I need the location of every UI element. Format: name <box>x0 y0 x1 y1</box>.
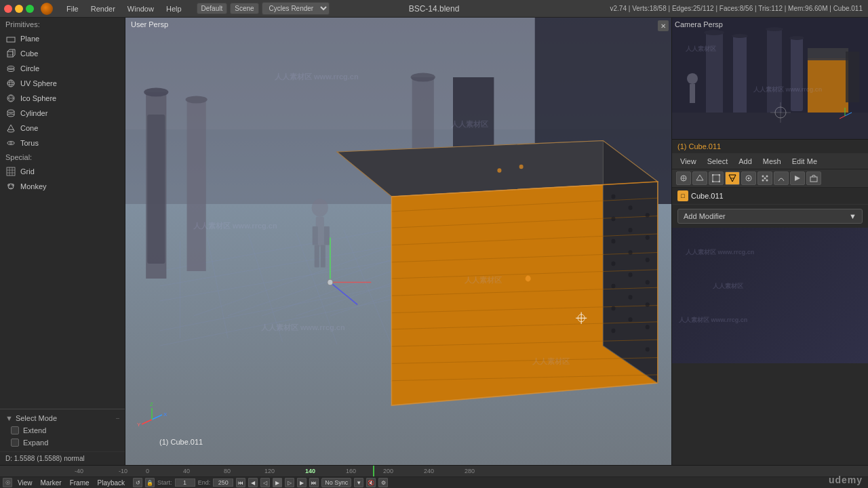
cube-icon <box>5 48 16 59</box>
special-grid[interactable]: Grid <box>0 164 125 179</box>
icosphere-icon <box>5 93 16 104</box>
select-mode-section: ▼ Select Mode – Extend Expand <box>0 409 125 451</box>
svg-line-106 <box>330 283 357 305</box>
skip-start-button[interactable]: ⏮ <box>236 478 245 487</box>
minimize-window-button[interactable] <box>15 5 23 13</box>
udemy-logo: udemy <box>829 474 863 485</box>
prop-menu-select[interactable]: Select <box>705 156 731 167</box>
prop-mesh-btn[interactable] <box>692 171 707 185</box>
prop-particle-btn[interactable] <box>757 171 772 185</box>
svg-point-92 <box>526 276 531 282</box>
svg-point-12 <box>7 114 14 117</box>
tick-160: 160 <box>346 468 356 474</box>
svg-point-55 <box>411 73 435 81</box>
properties-toolbar <box>672 169 868 188</box>
end-frame-input[interactable]: 250 <box>213 479 233 487</box>
playback-circular-icon[interactable]: ↺ <box>133 478 142 487</box>
svg-marker-138 <box>696 175 703 180</box>
svg-point-147 <box>762 176 764 178</box>
prop-constraints-btn[interactable] <box>741 171 756 185</box>
svg-point-82 <box>629 317 633 322</box>
add-modifier-button[interactable]: Add Modifier ▼ <box>677 209 863 224</box>
svg-rect-123 <box>672 113 868 140</box>
svg-point-11 <box>7 110 14 113</box>
view-mode-selector[interactable]: Scene <box>230 3 258 14</box>
no-sync-button[interactable]: No Sync <box>321 478 351 487</box>
prop-menu-view[interactable]: View <box>677 156 699 167</box>
audio-mute-icon[interactable]: 🔇 <box>366 478 376 487</box>
menu-window[interactable]: Window <box>122 3 159 14</box>
select-mode-expand[interactable]: Expand <box>0 436 125 449</box>
primitive-cube[interactable]: Cube <box>0 46 125 61</box>
render-engine-select[interactable]: Cycles Render <box>262 2 330 15</box>
svg-point-103 <box>519 165 524 169</box>
bottom-view-menu[interactable]: View <box>15 479 35 487</box>
viewport-close-button[interactable]: ✕ <box>658 20 669 31</box>
sync-down-icon[interactable]: ▼ <box>354 478 363 487</box>
prop-render-btn[interactable] <box>790 171 805 185</box>
prop-menu-mesh[interactable]: Mesh <box>760 156 784 167</box>
grid-icon <box>5 166 16 177</box>
primitive-circle[interactable]: Circle <box>0 61 125 76</box>
bottom-marker-menu[interactable]: Marker <box>38 479 64 487</box>
prop-vertices-btn[interactable] <box>709 171 724 185</box>
prop-menu-add[interactable]: Add <box>736 156 755 167</box>
primitive-cylinder[interactable]: Cylinder <box>0 106 125 121</box>
prop-object-btn[interactable] <box>676 171 691 185</box>
timeline: -40 -10 0 40 80 120 140 160 200 240 280 … <box>0 465 868 488</box>
svg-point-6 <box>7 80 14 87</box>
play-button[interactable]: ▶ <box>273 478 282 487</box>
prev-frame-button[interactable]: ◀ <box>248 478 258 487</box>
start-frame-input[interactable]: 1 <box>175 479 195 487</box>
svg-point-72 <box>611 239 615 244</box>
menu-render[interactable]: Render <box>85 3 121 14</box>
main-layout: Primitives: Plane Cube Circle <box>0 18 868 465</box>
prop-physics-btn[interactable] <box>774 171 789 185</box>
svg-point-140 <box>712 174 714 176</box>
timeline-menu-icon[interactable]: ☉ <box>3 478 12 487</box>
primitives-title: Primitives: <box>0 18 125 31</box>
svg-line-110 <box>142 420 152 424</box>
special-monkey[interactable]: Monkey <box>0 179 125 194</box>
expand-checkbox[interactable] <box>11 439 19 447</box>
svg-line-44 <box>248 234 282 342</box>
prop-modifier-btn[interactable] <box>725 171 740 185</box>
3d-viewport[interactable]: User Persp ✕ X Z Y (1) Cube.011 人人素材区 ww… <box>125 18 671 465</box>
svg-text:Z: Z <box>150 403 153 407</box>
prev-keyframe-button[interactable]: ◁ <box>260 478 270 487</box>
next-keyframe-button[interactable]: ▷ <box>285 478 294 487</box>
extend-checkbox[interactable] <box>11 426 19 434</box>
svg-point-127 <box>687 73 698 84</box>
audio-settings-icon[interactable]: ⚙ <box>378 478 388 487</box>
maximize-window-button[interactable] <box>26 5 34 13</box>
object-name: Cube.011 <box>691 192 724 200</box>
playback-lock-icon[interactable]: 🔒 <box>145 478 155 487</box>
svg-point-121 <box>766 27 783 31</box>
next-frame-button[interactable]: ▶ <box>297 478 307 487</box>
svg-rect-0 <box>7 37 15 42</box>
prop-scene-btn[interactable] <box>806 171 821 185</box>
primitive-uvsphere[interactable]: UV Sphere <box>0 76 125 91</box>
menu-file[interactable]: File <box>61 3 84 14</box>
select-mode-toggle[interactable]: ▼ Select Mode – <box>0 412 125 424</box>
primitive-plane[interactable]: Plane <box>0 31 125 46</box>
svg-marker-58 <box>603 141 658 384</box>
prop-menu-edit[interactable]: Edit Me <box>789 156 820 167</box>
close-window-button[interactable] <box>4 5 12 13</box>
circle-icon <box>5 63 16 74</box>
select-mode-extend[interactable]: Extend <box>0 424 125 436</box>
primitive-icosphere[interactable]: Ico Sphere <box>0 91 125 106</box>
svg-point-19 <box>9 142 12 144</box>
layout-selector[interactable]: Default <box>197 3 228 14</box>
svg-rect-100 <box>315 245 319 268</box>
svg-point-83 <box>646 213 650 218</box>
menu-help[interactable]: Help <box>161 3 187 14</box>
primitive-cone[interactable]: Cone <box>0 121 125 136</box>
bottom-playback-menu[interactable]: Playback <box>95 479 128 487</box>
bottom-frame-menu[interactable]: Frame <box>67 479 92 487</box>
camera-preview-content <box>672 18 868 139</box>
primitive-torus[interactable]: Torus <box>0 136 125 150</box>
svg-rect-153 <box>810 177 817 182</box>
svg-rect-115 <box>706 31 723 119</box>
skip-end-button[interactable]: ⏭ <box>309 478 319 487</box>
